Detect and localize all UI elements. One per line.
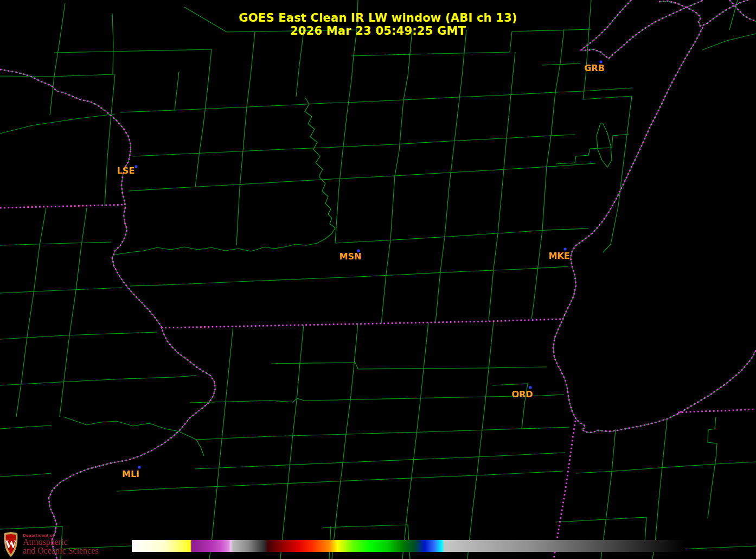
county-border-line bbox=[195, 125, 203, 187]
county-border-line bbox=[542, 63, 580, 65]
county-border-line bbox=[120, 88, 632, 112]
station-LSE: LSE bbox=[117, 166, 138, 176]
county-border-line bbox=[114, 247, 251, 255]
station-label-GRB: GRB bbox=[584, 63, 605, 73]
station-label-MKE: MKE bbox=[548, 251, 569, 261]
county-border-line bbox=[0, 425, 52, 429]
county-border-line bbox=[0, 473, 52, 477]
county-border-line bbox=[335, 228, 588, 243]
county-border-line bbox=[195, 453, 565, 469]
county-border-line bbox=[209, 326, 233, 559]
station-GRB: GRB bbox=[584, 61, 605, 74]
county-border-line bbox=[60, 208, 87, 417]
station-MSN: MSN bbox=[339, 250, 362, 262]
county-border-line bbox=[63, 417, 204, 456]
county-border-line bbox=[467, 321, 494, 559]
station-dot-MLI bbox=[138, 466, 141, 469]
in-border-east bbox=[678, 409, 756, 412]
county-border-line bbox=[50, 76, 54, 115]
station-label-MSN: MSN bbox=[339, 251, 362, 262]
county-border-line bbox=[130, 266, 568, 286]
county-border-line bbox=[196, 427, 569, 440]
crest-monogram: W bbox=[5, 538, 17, 551]
satellite-map: LSEGRBMSNMKEORDMLI bbox=[0, 0, 756, 559]
county-border-line bbox=[0, 332, 157, 339]
station-dot-MKE bbox=[564, 248, 567, 251]
county-border-line bbox=[583, 96, 632, 99]
county-border-line bbox=[54, 49, 212, 53]
county-border-line bbox=[0, 288, 122, 293]
wi-il-border bbox=[161, 319, 562, 328]
county-border-line bbox=[0, 376, 196, 385]
county-border-line bbox=[576, 462, 756, 473]
station-label-MLI: MLI bbox=[122, 469, 139, 479]
mississippi-river-border bbox=[0, 69, 215, 559]
mississippi-river-border-green bbox=[0, 69, 215, 559]
county-border-line bbox=[332, 323, 358, 559]
county-border-line bbox=[296, 31, 304, 97]
temperature-colorbar bbox=[132, 540, 685, 552]
county-border-line bbox=[531, 29, 564, 319]
county-border-line bbox=[175, 72, 179, 110]
county-border-line bbox=[708, 417, 717, 518]
station-label-LSE: LSE bbox=[117, 166, 135, 176]
county-border-line bbox=[251, 98, 335, 251]
county-border-line bbox=[335, 80, 351, 243]
mn-ia-border bbox=[0, 205, 124, 208]
logo-text-block: Department of Atmospheric and Oceanic Sc… bbox=[23, 530, 98, 555]
station-dot-LSE bbox=[135, 166, 138, 168]
station-MLI: MLI bbox=[122, 466, 141, 480]
il-in-border bbox=[554, 421, 575, 559]
goes-satellite-viewer: LSEGRBMSNMKEORDMLI GOES East Clean IR LW… bbox=[0, 0, 756, 559]
county-border-line bbox=[105, 74, 115, 206]
station-ORD: ORD bbox=[511, 386, 533, 400]
county-border-line bbox=[435, 30, 466, 323]
station-label-ORD: ORD bbox=[511, 389, 533, 399]
title-line-2: 2026 Mar 23 05:49:25 GMT bbox=[0, 24, 756, 37]
logo-line-1: Atmospheric bbox=[23, 538, 98, 547]
stations-layer: LSEGRBMSNMKEORDMLI bbox=[117, 61, 605, 480]
uw-crest-icon: W bbox=[3, 530, 18, 558]
county-border-line bbox=[489, 52, 515, 321]
county-border-line bbox=[402, 322, 428, 559]
county-border-line bbox=[0, 114, 115, 134]
aos-logo: W Department of Atmospheric and Oceanic … bbox=[3, 530, 98, 558]
county-border-line bbox=[280, 325, 304, 559]
county-border-line bbox=[652, 420, 667, 559]
county-border-line bbox=[236, 32, 255, 245]
county-border-line bbox=[381, 30, 412, 324]
station-MKE: MKE bbox=[548, 248, 569, 262]
county-border-line bbox=[129, 163, 595, 191]
county-borders-layer bbox=[0, 0, 756, 559]
county-border-line bbox=[597, 124, 612, 167]
county-border-line bbox=[556, 134, 629, 164]
county-border-line bbox=[16, 208, 46, 417]
county-border-line bbox=[190, 395, 564, 403]
state-borders-layer bbox=[0, 0, 756, 559]
county-border-line bbox=[203, 49, 212, 125]
station-dot-ORD bbox=[529, 386, 532, 389]
lake-michigan-shoreline bbox=[553, 27, 756, 433]
lake-michigan-shoreline-green bbox=[553, 27, 756, 433]
title-line-1: GOES East Clean IR LW window (ABI ch 13) bbox=[0, 11, 756, 24]
county-border-line bbox=[0, 74, 114, 77]
logo-line-2: and Oceanic Sciences bbox=[23, 547, 98, 555]
county-border-line bbox=[271, 363, 547, 369]
county-border-line bbox=[0, 242, 111, 245]
image-title: GOES East Clean IR LW window (ABI ch 13)… bbox=[0, 11, 756, 37]
